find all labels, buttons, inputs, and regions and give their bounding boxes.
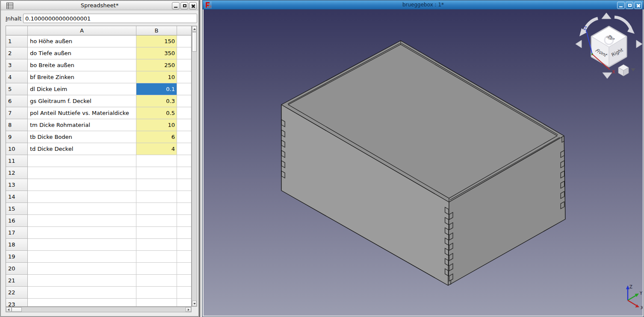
cell-B5[interactable]: 0.1 — [136, 83, 177, 95]
nav-dropdown-icon[interactable] — [631, 68, 635, 71]
cell-B12[interactable] — [136, 167, 177, 179]
row-header-13[interactable]: 13 — [6, 179, 28, 191]
vertical-scroll-thumb[interactable] — [192, 32, 197, 52]
nav-arrow-up-icon[interactable] — [602, 13, 611, 19]
cell-stub-19[interactable] — [177, 251, 191, 263]
cell-stub-6[interactable] — [177, 95, 191, 107]
cell-A2[interactable]: do Tiefe außen — [28, 47, 136, 59]
cell-B16[interactable] — [136, 215, 177, 227]
vertical-scrollbar[interactable] — [192, 26, 197, 307]
cell-A18[interactable] — [28, 239, 136, 251]
close-button[interactable] — [189, 2, 197, 9]
minimize-button[interactable] — [172, 2, 180, 9]
nav-arrow-left-icon[interactable] — [576, 40, 582, 48]
cell-A5[interactable]: dl Dicke Leim — [28, 83, 136, 95]
row-header-8[interactable]: 8 — [6, 119, 28, 131]
scroll-right-button[interactable] — [186, 307, 191, 312]
cell-A10[interactable]: td Dicke Deckel — [28, 143, 136, 155]
cell-stub-13[interactable] — [177, 179, 191, 191]
cell-B14[interactable] — [136, 191, 177, 203]
row-header-23[interactable]: 23 — [6, 299, 28, 307]
cell-B22[interactable] — [136, 287, 177, 299]
scroll-up-button[interactable] — [192, 26, 197, 32]
cell-A20[interactable] — [28, 263, 136, 275]
row-header-20[interactable]: 20 — [6, 263, 28, 275]
nav-settings-cube-icon[interactable] — [618, 65, 629, 76]
cell-A9[interactable]: tb Dicke Boden — [28, 131, 136, 143]
cell-stub-21[interactable] — [177, 275, 191, 287]
row-header-9[interactable]: 9 — [6, 131, 28, 143]
corner-header-cell[interactable] — [6, 26, 28, 35]
row-header-2[interactable]: 2 — [6, 47, 28, 59]
cell-stub-14[interactable] — [177, 191, 191, 203]
row-header-14[interactable]: 14 — [6, 191, 28, 203]
row-header-21[interactable]: 21 — [6, 275, 28, 287]
horizontal-scroll-thumb[interactable] — [12, 307, 22, 312]
cell-B10[interactable]: 4 — [136, 143, 177, 155]
cell-content-input[interactable] — [23, 14, 197, 23]
minimize-button[interactable] — [617, 2, 625, 9]
cell-A6[interactable]: gs Gleitraum f. Deckel — [28, 95, 136, 107]
cell-B20[interactable] — [136, 263, 177, 275]
row-header-11[interactable]: 11 — [6, 155, 28, 167]
cell-stub-9[interactable] — [177, 131, 191, 143]
cell-A16[interactable] — [28, 215, 136, 227]
cell-B8[interactable]: 10 — [136, 119, 177, 131]
cell-B13[interactable] — [136, 179, 177, 191]
cell-A19[interactable] — [28, 251, 136, 263]
cell-B21[interactable] — [136, 275, 177, 287]
cell-stub-23[interactable] — [177, 299, 191, 307]
cell-A23[interactable] — [28, 299, 136, 307]
row-header-1[interactable]: 1 — [6, 35, 28, 47]
cell-A3[interactable]: bo Breite außen — [28, 59, 136, 71]
row-header-5[interactable]: 5 — [6, 83, 28, 95]
cell-stub-7[interactable] — [177, 107, 191, 119]
row-header-22[interactable]: 22 — [6, 287, 28, 299]
cell-stub-10[interactable] — [177, 143, 191, 155]
cell-stub-12[interactable] — [177, 167, 191, 179]
horizontal-scrollbar[interactable] — [6, 307, 192, 312]
scroll-down-button[interactable] — [192, 301, 197, 306]
cell-stub-4[interactable] — [177, 71, 191, 83]
nav-arrow-right-icon[interactable] — [636, 40, 642, 48]
cell-stub-20[interactable] — [177, 263, 191, 275]
cell-stub-17[interactable] — [177, 227, 191, 239]
cell-stub-22[interactable] — [177, 287, 191, 299]
cell-A12[interactable] — [28, 167, 136, 179]
cell-B15[interactable] — [136, 203, 177, 215]
cell-B9[interactable]: 6 — [136, 131, 177, 143]
cell-A21[interactable] — [28, 275, 136, 287]
spreadsheet-titlebar[interactable]: Spreadsheet* — [1, 1, 198, 10]
cell-stub-3[interactable] — [177, 59, 191, 71]
cell-stub-15[interactable] — [177, 203, 191, 215]
row-header-10[interactable]: 10 — [6, 143, 28, 155]
box-model[interactable] — [281, 41, 565, 285]
row-header-12[interactable]: 12 — [6, 167, 28, 179]
cell-B17[interactable] — [136, 227, 177, 239]
row-header-6[interactable]: 6 — [6, 95, 28, 107]
nav-arrow-down-icon[interactable] — [603, 73, 612, 79]
maximize-button[interactable] — [626, 2, 633, 9]
cell-B1[interactable]: 150 — [136, 35, 177, 47]
row-header-17[interactable]: 17 — [6, 227, 28, 239]
row-header-19[interactable]: 19 — [6, 251, 28, 263]
cell-stub-18[interactable] — [177, 239, 191, 251]
row-header-15[interactable]: 15 — [6, 203, 28, 215]
close-button[interactable] — [634, 2, 642, 9]
row-header-18[interactable]: 18 — [6, 239, 28, 251]
cell-A14[interactable] — [28, 191, 136, 203]
cell-B3[interactable]: 250 — [136, 59, 177, 71]
cell-A8[interactable]: tm Dicke Rohmaterial — [28, 119, 136, 131]
column-header-b[interactable]: B — [136, 26, 177, 35]
cell-B18[interactable] — [136, 239, 177, 251]
viewport-titlebar[interactable]: brueggebox : 1* — [203, 0, 644, 9]
cell-stub-11[interactable] — [177, 155, 191, 167]
row-header-4[interactable]: 4 — [6, 71, 28, 83]
row-header-16[interactable]: 16 — [6, 215, 28, 227]
cell-stub-5[interactable] — [177, 83, 191, 95]
cell-B7[interactable]: 0.5 — [136, 107, 177, 119]
cell-A22[interactable] — [28, 287, 136, 299]
cell-B4[interactable]: 10 — [136, 71, 177, 83]
row-header-3[interactable]: 3 — [6, 59, 28, 71]
3d-viewport[interactable]: Top Front Right Z X — [204, 9, 643, 316]
